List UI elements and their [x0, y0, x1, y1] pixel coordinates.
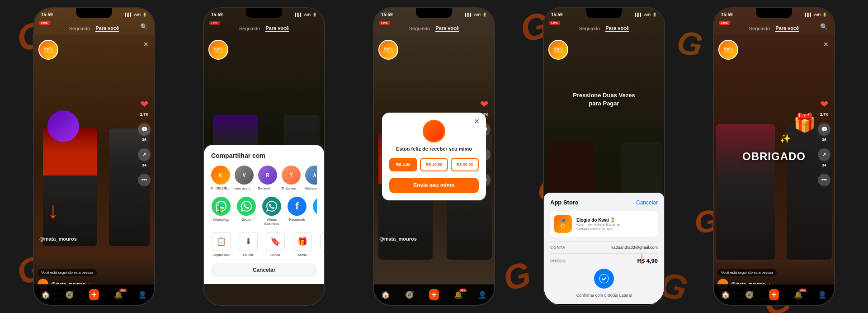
phone-4: 15:59 ▌▌▌ WiFi 🔋 LIVE Seguindo Para você…: [543, 7, 665, 306]
phone-3-notch: [416, 8, 452, 18]
util-save[interactable]: 🔖 Salvar: [265, 232, 285, 257]
app-item-whatsapp[interactable]: WhatsApp: [211, 197, 231, 226]
phone-2-notch: [246, 8, 282, 18]
preco-label: PREÇO: [550, 259, 566, 263]
heart-btn-3[interactable]: ❤: [480, 99, 488, 110]
phone-4-top-nav[interactable]: Seguindo Para você: [544, 21, 664, 36]
kwai-bonus-5[interactable]: KWAI BÔNUS: [718, 40, 738, 60]
util-mimo[interactable]: 🎁 Mimo: [292, 232, 312, 257]
app-item-whatsbiz[interactable]: Whats Business: [262, 197, 282, 226]
tab-home-1[interactable]: 🏠: [41, 290, 50, 299]
kwai-bonus-1[interactable]: KWAI BÔNUS: [38, 40, 58, 60]
tab-notif-5[interactable]: 🔔 99+: [794, 290, 803, 299]
appstore-inner: App Store Cancelar 🏅 Elogio do Kwai 🏅 Kw…: [544, 193, 664, 304]
comment-btn-5[interactable]: 💬: [818, 123, 830, 136]
mimo-prices-row: R$ 4,90 R$ 10,90 R$ 39,90: [389, 158, 479, 171]
phone-5-screen: 15:59 ▌▌▌ WiFi 🔋 LIVE Seguindo Para você…: [714, 8, 834, 305]
heart-btn-5[interactable]: ❤: [820, 99, 828, 110]
nav-foryou-4[interactable]: Para você: [605, 25, 629, 32]
appstore-cancel-btn[interactable]: Cancelar: [636, 199, 658, 206]
wifi-icon-1: WiFi: [134, 13, 141, 17]
app-item-facebook[interactable]: f Facebook: [287, 197, 307, 226]
phone-1-top-nav[interactable]: Seguindo Para você: [34, 21, 154, 36]
tab-notif-1[interactable]: 🔔 99+: [114, 290, 123, 299]
share-btn-5[interactable]: ↗: [818, 148, 830, 161]
tab-profile-3[interactable]: 👤: [478, 290, 487, 299]
price-btn-2[interactable]: R$ 10,90: [420, 158, 448, 171]
close-icon-1[interactable]: ✕: [143, 41, 149, 48]
nav-foryou-5[interactable]: Para você: [775, 25, 799, 32]
contact-item-vem[interactable]: V vem assistir...: [235, 166, 254, 190]
tab-add-3[interactable]: +: [429, 289, 439, 300]
contact-item-rafael[interactable]: R Rafaeel Mooreeii...: [258, 166, 277, 190]
whatsapp-label: WhatsApp: [213, 218, 230, 222]
status-icons-1: ▌▌▌ WiFi 🔋: [125, 13, 147, 17]
kwai-bonus-2[interactable]: KWAI BÔNUS: [208, 40, 228, 60]
appstore-preco-row: PREÇO R$ 4,90: [550, 257, 658, 264]
contact-item-k[interactable]: K K INFLUE...: [211, 166, 230, 190]
contact-avatar-rafael: R: [258, 166, 277, 185]
tab-profile-1[interactable]: 👤: [138, 290, 147, 299]
tab-add-5[interactable]: +: [769, 289, 779, 300]
contact-item-alex[interactable]: A Alexandre santos S...: [305, 166, 317, 190]
kwai-bonus-4[interactable]: KWAI BÔNUS: [548, 40, 568, 60]
tab-home-3[interactable]: 🏠: [381, 290, 390, 299]
contact-avatar-k: K: [211, 166, 230, 185]
price-btn-3[interactable]: R$ 39,90: [451, 158, 479, 171]
following-badge-5: Você está seguindo esta pessoa: [717, 269, 777, 276]
phone-2-top-nav[interactable]: Seguindo Para você: [204, 21, 324, 36]
nav-following-1[interactable]: Seguindo: [69, 26, 90, 31]
username-3[interactable]: @mata_mouros: [379, 236, 417, 242]
username-1[interactable]: @mata_mouros: [39, 236, 77, 242]
mimo-user-avatar: [423, 120, 445, 142]
cancel-button[interactable]: Cancelar: [211, 263, 317, 277]
confirm-text: Confirmar com o Botão Lateral: [550, 293, 658, 298]
phone-3-top-nav[interactable]: Seguindo Para você: [374, 21, 494, 36]
tab-explore-5[interactable]: 🧭: [745, 290, 754, 299]
appstore-app-info: Elogio do Kwai 🏅 Kwai - Ver Vídeos Bacan…: [576, 218, 654, 231]
phone-4-screen: 15:59 ▌▌▌ WiFi 🔋 LIVE Seguindo Para você…: [544, 8, 664, 305]
signal-icon-1: ▌▌▌: [125, 13, 132, 17]
util-download[interactable]: ⬇ Baixar: [238, 232, 258, 257]
nav-following-3[interactable]: Seguindo: [409, 26, 430, 31]
nav-foryou-2[interactable]: Para você: [265, 25, 289, 32]
kwai-brand-1: KWAI: [44, 47, 52, 50]
status-time-2: 15:59: [211, 12, 223, 17]
contact-avatar-alex: A: [305, 166, 317, 185]
share-btn-1[interactable]: ↗: [138, 148, 151, 161]
util-dueto[interactable]: 😊 Dueto: [320, 232, 324, 257]
tab-home-5[interactable]: 🏠: [721, 290, 730, 299]
more-btn-5[interactable]: •••: [818, 174, 830, 186]
more-btn-1[interactable]: •••: [138, 174, 151, 186]
tab-profile-5[interactable]: 👤: [818, 290, 827, 299]
app-item-grupo[interactable]: Grupo: [236, 197, 256, 226]
following-badge-1: Você está seguindo esta pessoa: [38, 269, 97, 276]
tab-notif-3[interactable]: 🔔 99+: [454, 290, 463, 299]
mimo-close-btn[interactable]: ✕: [474, 117, 480, 126]
contact-name-vem: vem assistir...: [234, 186, 254, 190]
phone-5-top-nav[interactable]: Seguindo Para você: [714, 21, 834, 36]
kwai-bonus-3[interactable]: KWAI BÔNUS: [378, 40, 398, 60]
nav-foryou-3[interactable]: Para você: [435, 25, 459, 32]
tab-explore-1[interactable]: 🧭: [65, 290, 74, 299]
tab-add-1[interactable]: +: [89, 289, 99, 300]
download-icon: ⬇: [239, 232, 258, 251]
heart-btn-1[interactable]: ❤: [140, 99, 148, 110]
confirm-btn-circle[interactable]: [594, 269, 614, 289]
close-icon-5[interactable]: ✕: [823, 41, 829, 48]
appstore-app-name: Elogio do Kwai 🏅: [576, 218, 654, 223]
send-mimo-button[interactable]: Envie seu mimo: [389, 178, 479, 193]
comment-btn-1[interactable]: 💬: [138, 123, 151, 136]
facebook-label: Facebook: [289, 218, 305, 222]
nav-following-5[interactable]: Seguindo: [749, 26, 770, 31]
app-item-twitter[interactable]: 🐦 Twitter: [312, 197, 317, 226]
nav-following-4[interactable]: Seguindo: [579, 26, 600, 31]
nav-foryou-1[interactable]: Para você: [95, 25, 119, 32]
kwai-bonus-text-1: BÔNUS: [43, 50, 53, 53]
util-copy[interactable]: 📋 Copiar link: [211, 232, 231, 257]
price-btn-1[interactable]: R$ 4,90: [389, 158, 417, 171]
tab-explore-3[interactable]: 🧭: [405, 290, 414, 299]
appstore-header: App Store Cancelar: [550, 199, 658, 206]
nav-following-2[interactable]: Seguindo: [239, 26, 260, 31]
contact-item-thais[interactable]: T Thais em ação: [282, 166, 301, 190]
